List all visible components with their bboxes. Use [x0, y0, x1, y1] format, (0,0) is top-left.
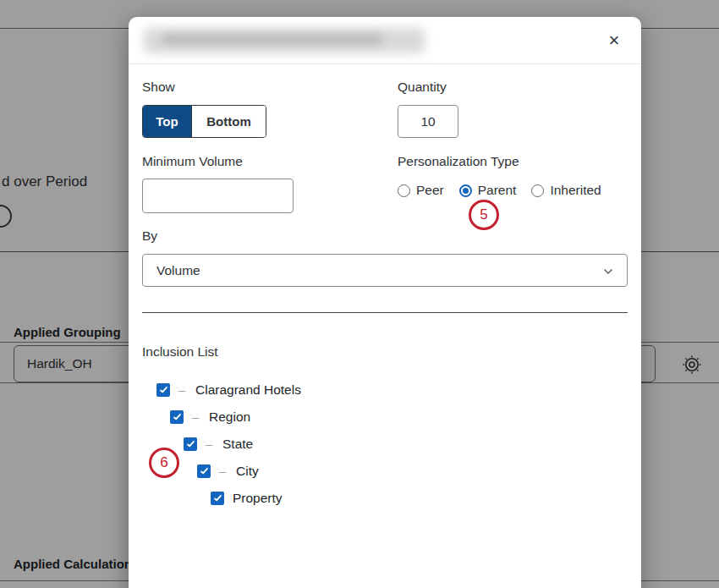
radio-icon-inherited[interactable] — [531, 184, 544, 197]
checkbox-checked-icon[interactable] — [197, 464, 211, 478]
collapse-dash-icon[interactable]: – — [177, 382, 187, 397]
tree-item-label: City — [236, 464, 259, 479]
quantity-label: Quantity — [398, 80, 447, 95]
inclusion-list-label: Inclusion List — [142, 344, 218, 360]
tree-row-city: – City — [197, 464, 301, 478]
checkbox-checked-icon[interactable] — [184, 437, 197, 451]
tree-item-label: Property — [233, 491, 283, 506]
show-label: Show — [142, 80, 175, 95]
annotation-circle-6: 6 — [149, 448, 179, 478]
by-dropdown[interactable]: Volume — [142, 254, 628, 287]
tree-row-state: – State — [184, 437, 301, 451]
dialog-title-redacted-detail — [162, 34, 382, 45]
checkbox-checked-icon[interactable] — [211, 492, 224, 505]
radio-option-parent[interactable]: Parent — [459, 183, 517, 198]
collapse-dash-icon[interactable]: – — [217, 464, 228, 478]
collapse-dash-icon[interactable]: – — [204, 437, 214, 451]
radio-label-inherited: Inherited — [550, 183, 601, 198]
tree-item-label: State — [222, 437, 253, 452]
settings-dialog: × Show Top Bottom Quantity Minimum Volum… — [129, 17, 641, 588]
radio-icon-parent[interactable] — [459, 184, 472, 197]
section-divider — [142, 312, 628, 313]
show-bottom-button[interactable]: Bottom — [191, 106, 266, 137]
tree-row-property: Property — [211, 491, 301, 505]
radio-label-parent: Parent — [478, 183, 517, 198]
radio-option-inherited[interactable]: Inherited — [531, 183, 601, 198]
tree-item-label: Region — [209, 409, 250, 425]
dialog-header: × — [129, 17, 641, 64]
annotation-circle-5: 5 — [469, 200, 499, 230]
radio-label-peer: Peer — [416, 183, 444, 198]
tree-row-claragrand-hotels: – Claragrand Hotels — [156, 382, 301, 397]
chevron-down-icon — [603, 263, 613, 278]
personalization-radio-group: Peer Parent Inherited — [398, 183, 601, 198]
personalization-type-label: Personalization Type — [398, 154, 519, 169]
checkbox-checked-icon[interactable] — [156, 383, 170, 397]
annotation-number-5: 5 — [480, 206, 487, 223]
minimum-volume-label: Minimum Volume — [142, 154, 243, 169]
quantity-input[interactable] — [398, 105, 458, 138]
collapse-dash-icon[interactable]: – — [190, 409, 200, 424]
tree-item-label: Claragrand Hotels — [195, 382, 301, 398]
show-segmented-control: Top Bottom — [142, 105, 266, 138]
show-top-button[interactable]: Top — [143, 106, 191, 137]
radio-icon-peer[interactable] — [398, 184, 410, 197]
by-label: By — [142, 228, 157, 244]
checkbox-checked-icon[interactable] — [170, 410, 184, 424]
close-icon[interactable]: × — [602, 29, 626, 52]
by-dropdown-value: Volume — [156, 263, 200, 278]
tree-row-region: – Region — [170, 409, 301, 424]
inclusion-tree: – Claragrand Hotels – Region – State – C… — [156, 382, 301, 518]
annotation-number-6: 6 — [160, 454, 167, 471]
radio-option-peer[interactable]: Peer — [398, 183, 444, 198]
minimum-volume-input[interactable] — [142, 179, 294, 213]
